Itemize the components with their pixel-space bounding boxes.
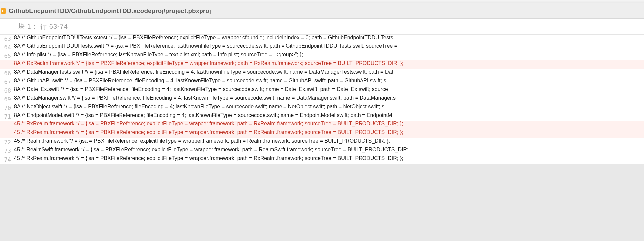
diff-line[interactable]: 668A /* DataManagerTests.swift */ = {isa… [0,69,644,78]
diff-line-removed[interactable]: 45 /* RxRealm.framework */ = {isa = PBXF… [0,121,644,129]
line-number: 67 [0,78,13,86]
diff-line[interactable]: 7345 /* RealmSwift.framework */ = {isa =… [0,147,644,155]
line-number [0,60,13,69]
code-text: 8A /* NetObject.swift */ = {isa = PBXFil… [13,104,384,112]
svg-point-0 [2,10,3,10]
file-tab-bar: GithubEndpointTDD/GithubEndpointTDD.xcod… [0,3,644,19]
code-text: 8A /* EndpointModel.swift */ = {isa = PB… [13,112,392,121]
code-text: 45 /* RxRealm.framework */ = {isa = PBXF… [13,129,403,138]
code-text: 8A /* RxRealm.framework */ = {isa = PBXF… [13,60,403,69]
line-number: 74 [0,155,13,164]
line-number: 71 [0,112,13,121]
code-text: 45 /* RxRealm.framework */ = {isa = PBXF… [13,155,403,164]
diff-line[interactable]: 678A /* GithubAPI.swift */ = {isa = PBXF… [0,78,644,86]
file-type-icon [1,8,6,14]
empty-area [0,164,644,241]
svg-point-3 [4,11,4,12]
svg-point-2 [2,11,3,12]
line-number: 73 [0,147,13,155]
line-number: 68 [0,86,13,95]
code-text: 45 /* RxRealm.framework */ = {isa = PBXF… [13,121,403,129]
line-number: 64 [0,43,13,52]
code-text: 8A /* DataManagerTests.swift */ = {isa =… [13,69,393,78]
line-number: 72 [0,138,13,147]
line-number: 70 [0,104,13,112]
hunk-label: 块 1： 行 63-74 [13,22,68,31]
code-text: 8A /* GithubEndpointTDDUITests.swift */ … [13,43,399,52]
svg-point-1 [4,10,4,10]
code-text: 45 /* RealmSwift.framework */ = {isa = P… [13,147,408,155]
diff-line[interactable]: 718A /* EndpointModel.swift */ = {isa = … [0,112,644,121]
diff-line[interactable]: 638A /* GithubEndpointTDDUITests.xctest … [0,35,644,43]
diff-line[interactable]: 648A /* GithubEndpointTDDUITests.swift *… [0,43,644,52]
diff-line[interactable]: 7445 /* RxRealm.framework */ = {isa = PB… [0,155,644,164]
diff-line[interactable]: 658A /* Info.plist */ = {isa = PBXFileRe… [0,52,644,60]
diff-line[interactable]: 708A /* NetObject.swift */ = {isa = PBXF… [0,104,644,112]
line-number [0,129,13,138]
diff-line[interactable]: 688A /* Date_Ex.swift */ = {isa = PBXFil… [0,86,644,95]
line-number: 63 [0,35,13,43]
line-number: 66 [0,69,13,78]
line-number: 65 [0,52,13,60]
line-number: 69 [0,95,13,104]
diff-line[interactable]: 7245 /* Realm.framework */ = {isa = PBXF… [0,138,644,147]
line-number [0,121,13,129]
code-text: 8A /* GithubEndpointTDDUITests.xctest */… [13,35,393,43]
diff-line-removed[interactable]: 8A /* RxRealm.framework */ = {isa = PBXF… [0,60,644,69]
diff-code-area[interactable]: 638A /* GithubEndpointTDDUITests.xctest … [0,35,644,164]
gutter-spacer [0,19,13,34]
window-titlebar [0,0,644,3]
diff-line-removed[interactable]: 45 /* RxRealm.framework */ = {isa = PBXF… [0,129,644,138]
code-text: 8A /* Date_Ex.swift */ = {isa = PBXFileR… [13,86,388,95]
code-text: 8A /* GithubAPI.swift */ = {isa = PBXFil… [13,78,386,86]
file-tab-title[interactable]: GithubEndpointTDD/GithubEndpointTDD.xcod… [9,7,211,15]
code-text: 45 /* Realm.framework */ = {isa = PBXFil… [13,138,390,147]
hunk-header: 块 1： 行 63-74 [0,19,644,35]
diff-line[interactable]: 698A /* DataManager.swift */ = {isa = PB… [0,95,644,104]
code-text: 8A /* DataManager.swift */ = {isa = PBXF… [13,95,396,104]
code-text: 8A /* Info.plist */ = {isa = PBXFileRefe… [13,52,303,60]
